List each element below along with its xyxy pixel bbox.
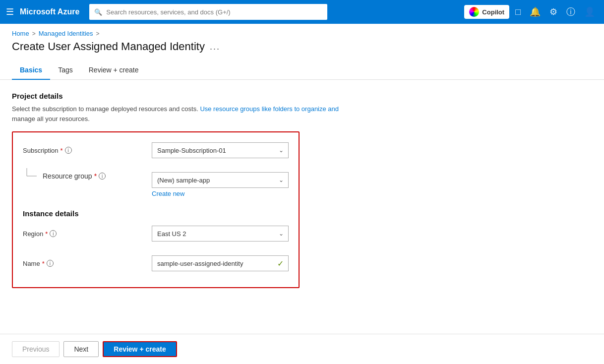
tab-review-create[interactable]: Review + create — [81, 61, 147, 80]
name-label-area: Name * i — [23, 255, 152, 277]
nav-right: Copilot □ 🔔 ⚙ ⓘ 👤 — [464, 4, 598, 20]
azure-logo: Microsoft Azure — [20, 7, 79, 16]
breadcrumb-managed-identities[interactable]: Managed Identities — [39, 30, 93, 37]
help-icon[interactable]: ⓘ — [563, 4, 578, 20]
tree-connector-icon — [23, 168, 39, 184]
resource-group-label-area: Resource group * i — [23, 172, 152, 180]
resource-group-field-area: (New) sample-app ⌄ Create new — [152, 172, 289, 197]
subscription-label-row: Subscription * i — [23, 142, 152, 158]
name-row: Name * i ✓ — [23, 255, 289, 277]
more-options-button[interactable]: ... — [210, 42, 220, 52]
resource-group-required: * — [94, 172, 97, 180]
resource-group-label-row: Resource group * i — [43, 172, 152, 180]
copilot-button[interactable]: Copilot — [464, 5, 509, 19]
top-navigation: ☰ Microsoft Azure 🔍 Copilot □ 🔔 ⚙ ⓘ 👤 — [0, 0, 604, 24]
breadcrumb-home[interactable]: Home — [12, 30, 29, 37]
settings-icon[interactable]: ⚙ — [546, 4, 560, 19]
breadcrumb-sep2: > — [96, 30, 100, 37]
subscription-field-area: Sample-Subscription-01 ⌄ — [152, 142, 289, 158]
create-new-link[interactable]: Create new — [152, 190, 184, 197]
name-input[interactable] — [152, 255, 289, 271]
region-info-icon[interactable]: i — [50, 230, 57, 237]
user-icon[interactable]: 👤 — [581, 4, 598, 19]
fields-container: Subscription * i Sample-Subscription-01 … — [12, 131, 300, 288]
breadcrumb-sep1: > — [32, 30, 36, 37]
region-required: * — [45, 230, 48, 238]
subscription-info-icon[interactable]: i — [65, 147, 72, 154]
hamburger-menu[interactable]: ☰ — [6, 6, 14, 17]
search-bar[interactable]: 🔍 — [89, 4, 327, 20]
region-row: Region * i East US 2 East US West US Wes… — [23, 226, 289, 247]
subscription-label: Subscription — [23, 147, 59, 154]
resource-group-row: Resource group * i (New) sample-app ⌄ Cr… — [23, 172, 289, 197]
subscription-required: * — [60, 147, 63, 154]
tab-tags[interactable]: Tags — [50, 61, 81, 80]
resource-group-info-icon[interactable]: i — [99, 173, 106, 180]
name-label-row: Name * i — [23, 255, 152, 271]
region-label-row: Region * i — [23, 226, 152, 242]
copilot-label: Copilot — [482, 8, 504, 16]
page-title-area: Create User Assigned Managed Identity ..… — [0, 40, 604, 61]
region-select-wrapper: East US 2 East US West US West US 2 West… — [152, 226, 289, 242]
tabs-bar: Basics Tags Review + create — [0, 61, 604, 80]
subscription-label-area: Subscription * i — [23, 142, 152, 164]
copilot-orb-icon — [469, 7, 479, 17]
page-title: Create User Assigned Managed Identity — [12, 40, 205, 53]
instance-details-title: Instance details — [23, 209, 289, 218]
region-select[interactable]: East US 2 East US West US West US 2 West… — [152, 226, 289, 242]
region-field-area: East US 2 East US West US West US 2 West… — [152, 226, 289, 242]
project-details-title: Project details — [12, 92, 592, 100]
search-input[interactable] — [106, 8, 322, 16]
name-field-area: ✓ — [152, 255, 289, 271]
region-label-area: Region * i — [23, 226, 152, 247]
instance-section-header: Instance details — [23, 207, 289, 218]
review-create-button[interactable]: Review + create — [103, 341, 177, 357]
name-info-icon[interactable]: i — [47, 260, 54, 267]
tab-basics[interactable]: Basics — [12, 61, 50, 80]
input-valid-icon: ✓ — [277, 259, 284, 268]
resource-group-select[interactable]: (New) sample-app — [152, 172, 289, 188]
next-button[interactable]: Next — [63, 341, 99, 357]
bottom-bar: Previous Next Review + create — [0, 334, 604, 364]
main-content: Project details Select the subscription … — [0, 80, 604, 334]
region-label: Region — [23, 230, 43, 238]
resource-group-label: Resource group — [43, 172, 92, 180]
subscription-select[interactable]: Sample-Subscription-01 — [152, 142, 289, 158]
breadcrumb: Home > Managed Identities > — [0, 24, 604, 40]
previous-button[interactable]: Previous — [12, 341, 60, 357]
resource-groups-link[interactable]: Use resource groups like folders to orga… — [200, 105, 339, 113]
project-details-description: Select the subscription to manage deploy… — [12, 104, 419, 123]
search-icon: 🔍 — [94, 8, 102, 16]
subscription-select-wrapper: Sample-Subscription-01 ⌄ — [152, 142, 289, 158]
name-input-wrapper: ✓ — [152, 255, 289, 271]
resource-group-select-wrapper: (New) sample-app ⌄ — [152, 172, 289, 188]
terminal-icon[interactable]: □ — [512, 5, 524, 19]
name-required: * — [42, 260, 45, 267]
subscription-row: Subscription * i Sample-Subscription-01 … — [23, 142, 289, 164]
bell-icon[interactable]: 🔔 — [527, 4, 544, 19]
name-label: Name — [23, 260, 40, 267]
